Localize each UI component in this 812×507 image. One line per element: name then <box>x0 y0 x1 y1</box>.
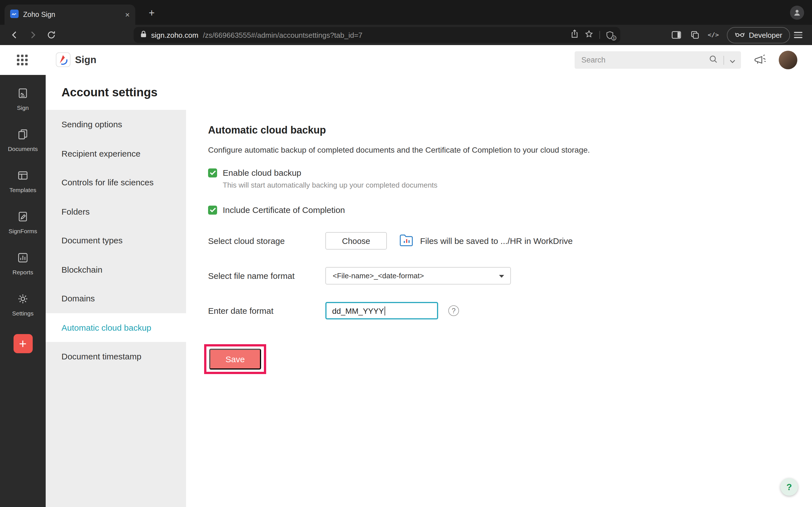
file-name-format-value: <File-name>_<date-format> <box>333 272 424 280</box>
devtools-code-icon[interactable]: </> <box>708 31 719 39</box>
enable-cloud-backup-checkbox[interactable] <box>208 168 217 177</box>
new-tab-button[interactable]: + <box>146 7 158 19</box>
menu-item-recipient-experience[interactable]: Recipient experience <box>46 139 186 168</box>
help-fab-button[interactable]: ? <box>780 478 798 496</box>
nav-label: Documents <box>8 145 38 152</box>
settings-gear-icon <box>17 293 29 307</box>
primary-nav: Sign Documents Templates SignForms Repor… <box>0 75 46 507</box>
save-highlight-annotation: Save <box>204 344 266 374</box>
date-format-label: Enter date format <box>208 306 325 316</box>
browser-menu-icon[interactable] <box>794 32 802 38</box>
developer-label: Developer <box>749 31 782 39</box>
forward-button[interactable] <box>28 31 37 40</box>
glasses-icon <box>735 31 745 39</box>
url-divider <box>599 31 600 39</box>
nav-item-reports[interactable]: Reports <box>0 247 46 281</box>
settings-menu: Sending options Recipient experience Con… <box>46 110 186 507</box>
menu-item-document-types[interactable]: Document types <box>46 226 186 255</box>
enable-cloud-backup-subtext: This will start automatically backing up… <box>223 181 812 189</box>
announcements-icon[interactable] <box>753 54 767 68</box>
nav-label: Templates <box>9 186 36 193</box>
share-icon[interactable] <box>571 29 578 41</box>
include-certificate-label: Include Certificate of Completion <box>223 205 345 215</box>
section-heading: Automatic cloud backup <box>208 124 812 136</box>
enable-cloud-backup-label: Enable cloud backup <box>223 168 301 177</box>
nav-label: Reports <box>12 269 33 276</box>
menu-item-folders[interactable]: Folders <box>46 197 186 226</box>
page-title-bar: Account settings <box>46 75 812 110</box>
date-format-input[interactable]: dd_MM_YYYY <box>325 302 438 320</box>
nav-label: Sign <box>17 104 29 111</box>
app-launcher-icon[interactable] <box>17 55 28 68</box>
templates-icon <box>17 170 29 184</box>
user-avatar[interactable] <box>779 51 797 69</box>
search-placeholder: Search <box>581 56 703 64</box>
browser-tab-strip: Zoho Sign × + <box>0 0 812 25</box>
bookmark-star-icon[interactable] <box>585 30 593 40</box>
documents-icon <box>17 128 29 143</box>
zoho-sign-logo-icon[interactable] <box>56 52 70 69</box>
shield-badge: 1 <box>611 35 616 40</box>
url-path: /zs/669663555#/admin/accountsettings?tab… <box>203 31 566 39</box>
include-certificate-checkbox[interactable] <box>208 205 217 214</box>
section-description: Configure automatic backup of completed … <box>208 145 812 154</box>
reports-icon <box>17 252 29 266</box>
lock-icon <box>140 30 147 40</box>
brand-name: Sign <box>75 54 96 66</box>
tab-title: Zoho Sign <box>23 11 121 18</box>
reload-button[interactable] <box>47 31 56 40</box>
nav-item-documents[interactable]: Documents <box>0 123 46 157</box>
search-input[interactable]: Search <box>574 51 741 69</box>
sidebar-panel-icon[interactable] <box>672 31 681 39</box>
nav-item-settings[interactable]: Settings <box>0 288 46 322</box>
nav-item-sign[interactable]: Sign <box>0 82 46 116</box>
nav-label: SignForms <box>8 228 37 234</box>
cloud-storage-label: Select cloud storage <box>208 236 325 245</box>
search-scope-chevron-icon[interactable] <box>730 55 735 65</box>
nav-item-templates[interactable]: Templates <box>0 165 46 198</box>
menu-item-blockchain[interactable]: Blockchain <box>46 255 186 284</box>
url-domain: sign.zoho.com <box>151 31 199 39</box>
save-button[interactable]: Save <box>209 349 261 370</box>
menu-item-document-timestamp[interactable]: Document timestamp <box>46 342 186 371</box>
choose-storage-button[interactable]: Choose <box>325 232 387 249</box>
storage-note-text: Files will be saved to .../HR in WorkDri… <box>420 236 573 245</box>
browser-toolbar: sign.zoho.com /zs/669663555#/admin/accou… <box>0 25 812 45</box>
file-name-format-label: Select file name format <box>208 271 325 281</box>
clipboard-icon[interactable] <box>691 31 699 39</box>
chevron-down-icon <box>499 272 505 280</box>
page-title: Account settings <box>61 86 158 99</box>
menu-item-domains[interactable]: Domains <box>46 284 186 313</box>
search-icon[interactable] <box>709 54 718 66</box>
developer-profile-chip[interactable]: Developer <box>727 27 790 43</box>
zoho-sign-favicon-icon <box>10 9 18 20</box>
date-format-value: dd_MM_YYYY <box>332 306 384 315</box>
file-name-format-select[interactable]: <File-name>_<date-format> <box>325 267 511 284</box>
screen: Zoho Sign × + sign.zoho.com /zs/66966355… <box>0 0 812 507</box>
create-new-button[interactable]: + <box>13 334 33 353</box>
text-cursor <box>385 306 385 315</box>
menu-item-automatic-cloud-backup[interactable]: Automatic cloud backup <box>46 313 186 342</box>
workdrive-folder-icon <box>399 233 414 248</box>
back-button[interactable] <box>10 31 19 40</box>
settings-content: Automatic cloud backup Configure automat… <box>186 110 812 507</box>
search-divider <box>723 55 724 64</box>
browser-tab[interactable]: Zoho Sign × <box>4 4 135 25</box>
tab-close-icon[interactable]: × <box>125 11 130 18</box>
menu-item-controls-life-sciences[interactable]: Controls for life sciences <box>46 168 186 197</box>
help-tooltip-icon[interactable]: ? <box>448 305 459 316</box>
sign-icon <box>17 87 29 101</box>
signforms-icon <box>17 211 29 225</box>
browser-profile-icon[interactable] <box>790 6 804 20</box>
nav-label: Settings <box>12 310 34 317</box>
menu-item-sending-options[interactable]: Sending options <box>46 110 186 139</box>
nav-item-signforms[interactable]: SignForms <box>0 206 46 239</box>
app-header: Sign Search <box>0 45 812 75</box>
privacy-shield-icon[interactable]: 1 <box>606 31 613 39</box>
address-bar[interactable]: sign.zoho.com /zs/669663555#/admin/accou… <box>134 27 620 43</box>
